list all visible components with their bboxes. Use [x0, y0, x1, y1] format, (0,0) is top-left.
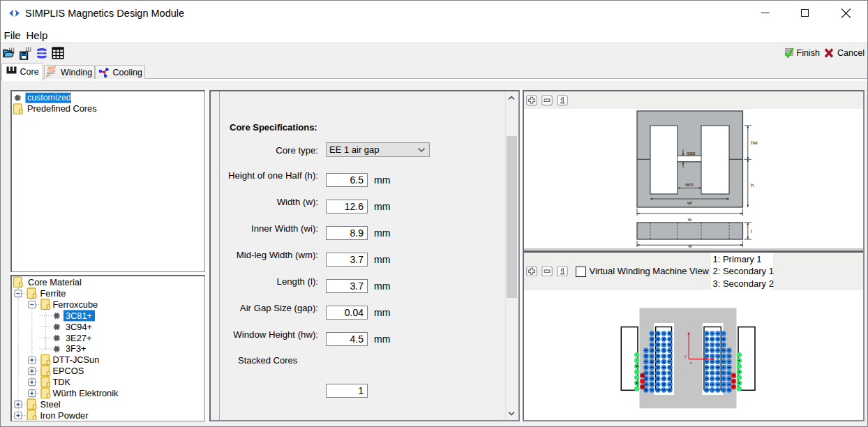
svg-text:wm: wm [684, 181, 694, 187]
svg-text:w: w [687, 216, 691, 222]
svg-text:w: w [687, 242, 692, 248]
svg-text:hw: hw [751, 140, 758, 146]
svg-text:gap: gap [687, 150, 696, 156]
svg-text:y: y [684, 354, 687, 358]
svg-text:wi: wi [686, 199, 691, 205]
svg-text:l: l [751, 228, 752, 234]
svg-text:x: x [689, 361, 691, 365]
svg-text:h: h [751, 181, 754, 188]
